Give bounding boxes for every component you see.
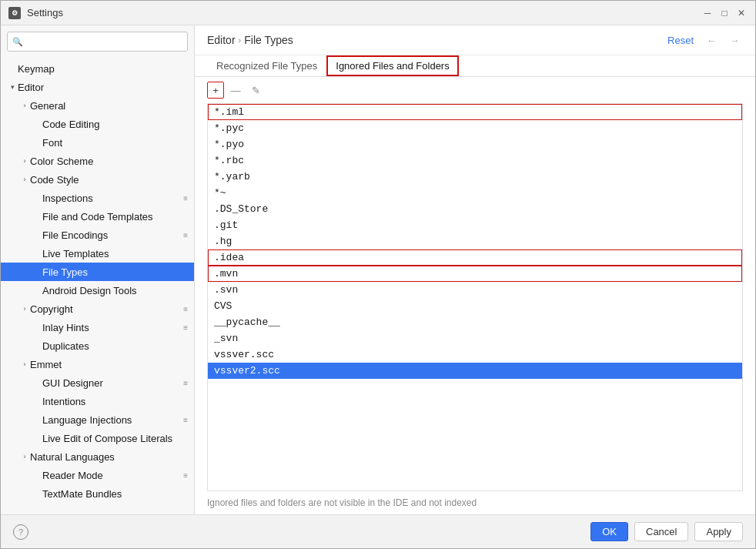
sidebar-item-label: TextMate Bundles [42,488,122,500]
sidebar-item-label: Copyright [30,303,73,315]
file-list-item[interactable]: .git [208,217,742,233]
sidebar-item-emmet[interactable]: ›Emmet [1,355,194,373]
top-actions: Reset ← → [664,32,743,49]
file-list-item[interactable]: vssver2.scc [208,363,742,379]
minimize-button[interactable]: ─ [701,7,714,19]
apply-button[interactable]: Apply [694,522,743,541]
sidebar-item-textmate-bundles[interactable]: TextMate Bundles [1,484,194,503]
tab-recognized[interactable]: Recognized File Types [207,55,326,76]
sidebar-item-label: Live Edit of Compose Literals [42,433,172,444]
file-list-item[interactable]: *.rbc [208,152,742,169]
sidebar-item-label: Font [42,137,62,149]
ok-button[interactable]: OK [590,522,628,541]
nav-badge: ≡ [183,323,188,332]
breadcrumb-separator: › [239,35,242,45]
sidebar-item-label: Code Style [30,174,79,186]
chevron-icon: › [19,174,30,185]
sidebar-item-label: GUI Designer [42,377,103,389]
help-button[interactable]: ? [13,524,28,540]
sidebar-item-inspections[interactable]: Inspections≡ [1,189,194,207]
sidebar-item-natural-languages[interactable]: ›Natural Languages [1,447,194,466]
sidebar-item-label: Inspections [42,192,93,204]
search-icon: 🔍 [12,37,23,47]
file-list-item[interactable]: .DS_Store [208,201,742,217]
sidebar-item-label: Keymap [18,63,55,75]
add-button[interactable]: + [207,82,224,99]
sidebar-item-label: General [30,100,65,112]
chevron-icon: › [19,156,30,166]
app-icon: ⚙ [8,7,21,19]
nav-tree: Keymap▾Editor›GeneralCode EditingFont›Co… [1,58,194,514]
forward-button[interactable]: → [726,32,743,49]
status-text: Ignored files and folders are not visibl… [195,491,755,514]
bottom-bar: ? OK Cancel Apply [1,514,755,548]
settings-window: ⚙ Settings ─ □ ✕ 🔍 Keymap▾Editor›General… [0,0,756,549]
file-area: + — ✎ *.iml*.pyc*.pyo*.rbc*.yarb*~.DS_St… [195,77,755,514]
sidebar-item-code-editing[interactable]: Code Editing [1,115,194,133]
sidebar-item-copyright[interactable]: ›Copyright≡ [1,300,194,318]
sidebar-item-file-types[interactable]: File Types [1,263,194,281]
sidebar-item-duplicates[interactable]: Duplicates [1,336,194,355]
sidebar-item-label: Intentions [42,396,85,407]
sidebar-item-live-edit-compose[interactable]: Live Edit of Compose Literals [1,429,194,447]
search-box[interactable]: 🔍 [7,32,188,52]
edit-button[interactable]: ✎ [247,82,264,99]
file-list-item[interactable]: *.pyo [208,136,742,152]
file-list-item[interactable]: .hg [208,233,742,249]
sidebar-item-inlay-hints[interactable]: Inlay Hints≡ [1,318,194,336]
nav-badge: ≡ [183,379,188,387]
nav-badge: ≡ [183,305,188,313]
sidebar-item-reader-mode[interactable]: Reader Mode≡ [1,466,194,484]
chevron-icon: › [19,303,30,314]
file-list-item[interactable]: .mvn [208,266,742,282]
sidebar-item-font[interactable]: Font [1,133,194,152]
file-list-item[interactable]: .idea [208,249,742,266]
nav-badge: ≡ [183,194,188,203]
breadcrumb-parent: Editor [207,34,236,46]
sidebar-item-keymap[interactable]: Keymap [1,59,194,78]
file-list-item[interactable]: __pycache__ [208,314,742,330]
sidebar-item-label: Inlay Hints [42,322,89,333]
sidebar-item-editor[interactable]: ▾Editor [1,78,194,96]
file-list-item[interactable]: *.pyc [208,120,742,136]
sidebar-item-file-and-code-templates[interactable]: File and Code Templates [1,207,194,226]
content-area: 🔍 Keymap▾Editor›GeneralCode EditingFont›… [1,25,755,514]
sidebar-item-code-style[interactable]: ›Code Style [1,170,194,189]
nav-badge: ≡ [183,231,188,239]
sidebar-item-label: File and Code Templates [42,211,153,223]
file-list-item[interactable]: *~ [208,185,742,201]
window-title: Settings [27,7,701,18]
sidebar-item-gui-designer[interactable]: GUI Designer≡ [1,373,194,392]
sidebar-item-color-scheme[interactable]: ›Color Scheme [1,152,194,170]
reset-button[interactable]: Reset [664,33,697,48]
maximize-button[interactable]: □ [718,7,731,19]
sidebar-item-general[interactable]: ›General [1,96,194,115]
file-list-item[interactable]: _svn [208,330,742,346]
sidebar-item-android-design-tools[interactable]: Android Design Tools [1,281,194,300]
window-controls: ─ □ ✕ [701,7,748,19]
sidebar-item-file-encodings[interactable]: File Encodings≡ [1,226,194,244]
sidebar-item-label: Editor [18,82,44,93]
remove-button[interactable]: — [227,82,244,99]
main-panel: Editor › File Types Reset ← → Recognized… [195,25,755,514]
sidebar-item-label: File Encodings [42,229,108,241]
sidebar-item-label: Reader Mode [42,470,103,481]
back-button[interactable]: ← [703,32,720,49]
sidebar-item-label: Language Injections [42,414,132,426]
sidebar-item-language-injections[interactable]: Language Injections≡ [1,410,194,429]
file-list-item[interactable]: CVS [208,298,742,314]
close-button[interactable]: ✕ [735,7,748,19]
sidebar-item-intentions[interactable]: Intentions [1,392,194,410]
titlebar: ⚙ Settings ─ □ ✕ [1,1,755,25]
file-list-item[interactable]: *.yarb [208,169,742,185]
file-list-item[interactable]: *.iml [208,104,742,120]
sidebar-item-live-templates[interactable]: Live Templates [1,244,194,263]
sidebar-item-label: Duplicates [42,340,89,352]
tab-ignored[interactable]: Ignored Files and Folders [326,55,458,76]
file-list-item[interactable]: vssver.scc [208,346,742,363]
sidebar-item-label: Live Templates [42,248,109,259]
cancel-button[interactable]: Cancel [634,522,688,541]
file-list-item[interactable]: .svn [208,282,742,298]
toolbar: + — ✎ [195,77,755,103]
search-input[interactable] [26,36,182,47]
